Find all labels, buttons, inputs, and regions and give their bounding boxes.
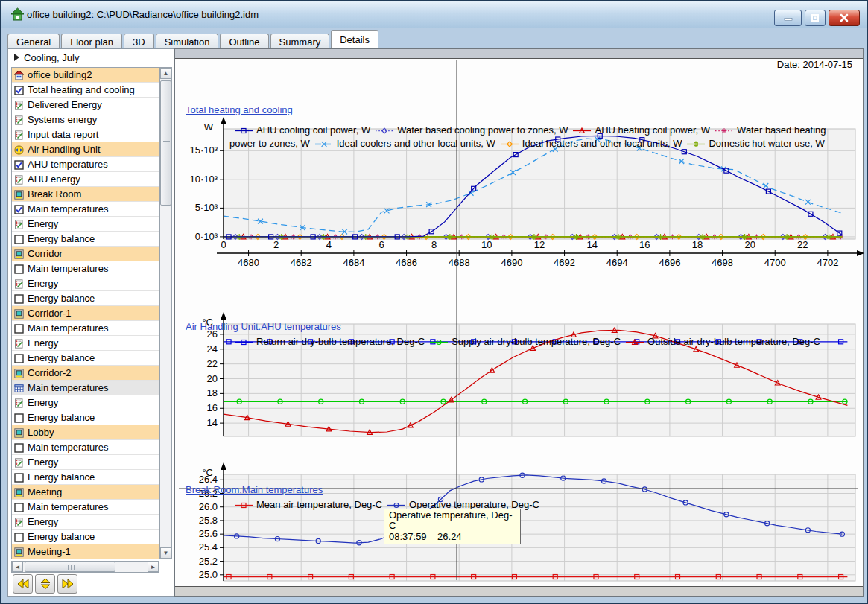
checkbox-unchecked-icon[interactable] (14, 413, 24, 422)
tab-summary[interactable]: Summary (270, 34, 330, 50)
sidebar-group-meeting-1[interactable]: Meeting-1 (12, 544, 159, 559)
chart-title-link-1[interactable]: Total heating and cooling (186, 104, 293, 115)
sidebar-group-corridor-1[interactable]: Corridor-1 (12, 306, 159, 321)
scroll-down-icon[interactable]: ▼ (160, 547, 171, 559)
first-report-button[interactable] (13, 574, 33, 594)
sidebar-item-energy[interactable]: Energy (12, 336, 159, 351)
svg-text:4682: 4682 (291, 257, 312, 268)
checkbox-unchecked-icon[interactable] (14, 293, 24, 303)
tree-item-label: Energy (28, 395, 58, 410)
sidebar-group-air-handling-unit[interactable]: Air Handling Unit (12, 142, 159, 157)
svg-text:4692: 4692 (554, 257, 575, 268)
report-icon (14, 219, 24, 229)
sidebar-item-energy-balance[interactable]: Energy balance (12, 351, 159, 366)
scroll-up-icon[interactable]: ▲ (160, 68, 171, 79)
sidebar-item-energy[interactable]: Energy (12, 217, 159, 232)
legend-item: Domestic hot water use, W (682, 138, 824, 149)
checkbox-unchecked-icon[interactable] (14, 323, 24, 333)
details-panel: Date: 2014-07-15 15·10³10·10³5·10³0·10³W… (174, 48, 864, 597)
tab-outline[interactable]: Outline (220, 34, 268, 50)
checkbox-checked-icon[interactable] (14, 204, 24, 214)
sidebar-group-corridor-2[interactable]: Corridor-2 (12, 366, 159, 381)
report-selector[interactable]: Cooling, July (11, 51, 79, 66)
vertical-scroll-thumb[interactable] (160, 80, 171, 206)
tree-item-label: Energy balance (28, 291, 95, 305)
sidebar-group-lobby[interactable]: Lobby (12, 425, 159, 440)
legend-label: Outside air dry-bulb temperature, Deg-C (647, 336, 820, 347)
chart-title-link-2[interactable]: Air Handling Unit.AHU temperatures (186, 321, 341, 332)
svg-text:18: 18 (692, 239, 703, 250)
sidebar-item-energy-balance[interactable]: Energy balance (12, 291, 159, 306)
sidebar-item-main-temperatures[interactable]: Main temperatures (12, 381, 159, 395)
checkbox-unchecked-icon[interactable] (14, 502, 24, 512)
sidebar-group-office-building2[interactable]: office building2 (12, 68, 159, 83)
checkbox-unchecked-icon[interactable] (14, 442, 24, 452)
sidebar-item-energy[interactable]: Energy (12, 276, 159, 291)
legend-label: AHU heating coil power, W (595, 124, 710, 136)
tree-item-label: Main temperatures (28, 381, 108, 395)
chart-legend-1: AHU cooling coil power, WWater based coo… (229, 124, 849, 150)
sidebar-item-delivered-energy[interactable]: Delivered Energy (12, 98, 159, 112)
sidebar-item-systems-energy[interactable]: Systems energy (12, 112, 159, 127)
tree-item-label: Energy balance (28, 351, 95, 365)
minimize-button[interactable] (774, 10, 802, 26)
sidebar-item-energy-balance[interactable]: Energy balance (12, 232, 159, 247)
sidebar-group-corridor[interactable]: Corridor (12, 247, 159, 261)
scroll-right-icon[interactable]: ► (148, 562, 159, 572)
sidebar-item-main-temperatures[interactable]: Main temperatures (12, 440, 159, 455)
sidebar-item-energy[interactable]: Energy (12, 515, 159, 530)
maximize-button[interactable] (805, 10, 826, 26)
checkbox-unchecked-icon[interactable] (14, 234, 24, 244)
scroll-left-icon[interactable]: ◄ (12, 562, 23, 572)
title-bar[interactable]: office building2: C:\PUD\Radiance\office… (1, 1, 867, 28)
chart-title-link-3[interactable]: Break Room.Main temperatures (186, 484, 323, 495)
horizontal-scroll-thumb[interactable] (25, 562, 115, 572)
sidebar-item-main-temperatures[interactable]: Main temperatures (12, 202, 159, 217)
sidebar-item-total-heating-and-cooling[interactable]: Total heating and cooling (12, 83, 159, 98)
sidebar-item-input-data-report[interactable]: Input data report (12, 127, 159, 142)
details-top-strip (175, 49, 863, 59)
expand-collapse-button[interactable] (35, 574, 55, 594)
tree-item-label: Main temperatures (28, 261, 108, 276)
checkbox-checked-icon[interactable] (14, 159, 24, 169)
svg-text:0·10³: 0·10³ (195, 231, 218, 242)
table-icon (14, 383, 24, 392)
tree-item-label: Corridor-1 (28, 306, 72, 320)
checkbox-unchecked-icon[interactable] (14, 532, 24, 541)
svg-text:4690: 4690 (501, 257, 522, 268)
sidebar-item-energy-balance[interactable]: Energy balance (12, 470, 159, 485)
next-report-button[interactable] (57, 574, 77, 594)
legend-label: Ideal coolers and other local units, W (337, 138, 495, 149)
tab-simulation[interactable]: Simulation (156, 34, 219, 50)
sidebar-item-main-temperatures[interactable]: Main temperatures (12, 261, 159, 276)
checkbox-unchecked-icon[interactable] (14, 472, 24, 482)
tab-floor-plan[interactable]: Floor plan (61, 34, 122, 50)
sidebar-item-main-temperatures[interactable]: Main temperatures (12, 321, 159, 336)
chart-legend-2: Return air dry-bulb temperature, Deg-CSu… (229, 335, 849, 349)
tab-3d[interactable]: 3D (124, 34, 154, 50)
checkbox-checked-icon[interactable] (14, 85, 24, 95)
legend-label: Domestic hot water use, W (709, 138, 824, 149)
tree-vertical-scrollbar[interactable]: ▲ ▼ (159, 67, 172, 559)
sidebar-item-energy[interactable]: Energy (12, 395, 159, 410)
sidebar-group-meeting[interactable]: Meeting (12, 485, 159, 500)
sidebar-group-break-room[interactable]: Break Room (12, 187, 159, 202)
svg-text:4680: 4680 (238, 257, 259, 268)
app-house-icon (10, 7, 25, 22)
sidebar-item-energy[interactable]: Energy (12, 455, 159, 470)
tab-general[interactable]: General (7, 34, 60, 50)
tree-item-label: Corridor-2 (28, 366, 72, 380)
tree-horizontal-scrollbar[interactable]: ◄ ► (11, 561, 159, 573)
report-icon (14, 174, 24, 184)
checkbox-unchecked-icon[interactable] (14, 264, 24, 273)
app-window: office building2: C:\PUD\Radiance\office… (0, 0, 868, 604)
sidebar-item-energy-balance[interactable]: Energy balance (12, 410, 159, 425)
sidebar-item-ahu-energy[interactable]: AHU energy (12, 172, 159, 187)
tree-item-label: Main temperatures (28, 321, 108, 335)
checkbox-unchecked-icon[interactable] (14, 353, 24, 363)
close-button[interactable] (829, 10, 860, 26)
tab-details[interactable]: Details (331, 30, 378, 48)
sidebar-item-energy-balance[interactable]: Energy balance (12, 530, 159, 544)
sidebar-item-ahu-temperatures[interactable]: AHU temperatures (12, 157, 159, 172)
sidebar-item-main-temperatures[interactable]: Main temperatures (12, 500, 159, 515)
